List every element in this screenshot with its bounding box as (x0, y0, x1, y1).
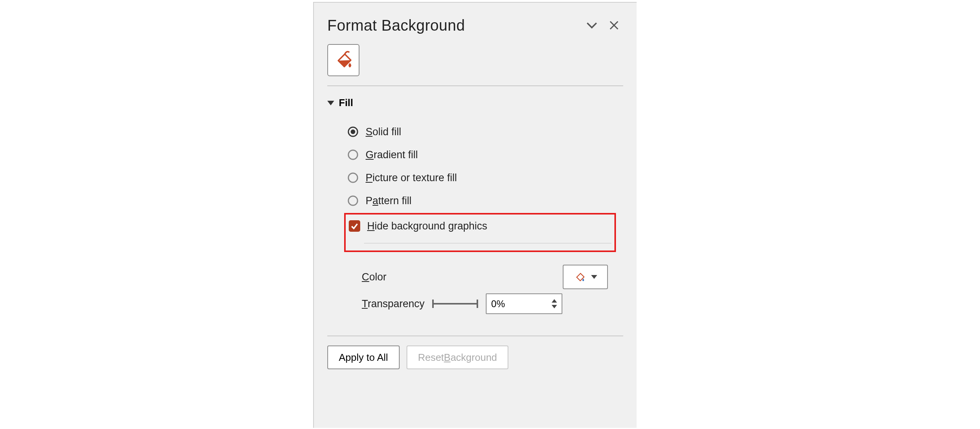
spinner-up-icon[interactable] (552, 299, 557, 303)
transparency-label: Transparency (362, 298, 425, 310)
hide-background-checkbox[interactable]: Hide background graphics (349, 215, 611, 237)
radio-selected-icon (347, 126, 359, 138)
footer-buttons: Apply to All Reset Background (314, 336, 637, 369)
format-background-pane: Format Background Fill (313, 2, 637, 428)
spinner-down-icon[interactable] (552, 305, 557, 308)
collapse-icon[interactable] (583, 16, 601, 34)
paint-bucket-icon (573, 270, 586, 283)
pane-header: Format Background (314, 3, 637, 38)
highlight-annotation: Hide background graphics (344, 213, 616, 252)
apply-to-all-button[interactable]: Apply to All (327, 345, 400, 369)
checkbox-checked-icon (349, 220, 360, 232)
radio-unselected-icon (347, 172, 359, 183)
color-picker-button[interactable] (563, 265, 608, 289)
fill-options: Solid fill Gradient fill Picture or text… (327, 109, 623, 252)
svg-point-3 (351, 129, 355, 134)
picture-fill-radio[interactable]: Picture or texture fill (347, 166, 623, 189)
svg-point-4 (348, 150, 358, 159)
fill-section-label: Fill (339, 97, 353, 109)
radio-unselected-icon (347, 149, 359, 160)
color-label: Color (362, 271, 387, 283)
transparency-slider[interactable] (432, 303, 478, 305)
solid-fill-radio[interactable]: Solid fill (347, 120, 623, 143)
chevron-down-icon (327, 101, 334, 105)
picture-fill-label: Picture or texture fill (366, 172, 457, 184)
hide-background-label: Hide background graphics (367, 220, 487, 232)
fill-tab[interactable] (327, 44, 359, 76)
gradient-fill-radio[interactable]: Gradient fill (347, 143, 623, 166)
pattern-fill-radio[interactable]: Pattern fill (347, 189, 623, 212)
radio-unselected-icon (347, 195, 359, 206)
reset-background-button: Reset Background (407, 345, 509, 369)
svg-point-6 (348, 196, 358, 205)
gradient-fill-label: Gradient fill (366, 149, 418, 161)
close-icon[interactable] (605, 16, 623, 34)
pattern-fill-label: Pattern fill (366, 195, 412, 207)
paint-bucket-icon (332, 49, 354, 71)
svg-point-5 (348, 173, 358, 182)
fill-section-header[interactable]: Fill (327, 97, 623, 109)
transparency-value: 0% (491, 298, 505, 309)
transparency-spinner[interactable]: 0% (486, 293, 562, 314)
chevron-down-icon (591, 275, 597, 279)
tab-divider (327, 83, 623, 88)
pane-title: Format Background (327, 17, 579, 34)
solid-fill-label: Solid fill (366, 126, 401, 138)
category-tabs (314, 38, 637, 76)
